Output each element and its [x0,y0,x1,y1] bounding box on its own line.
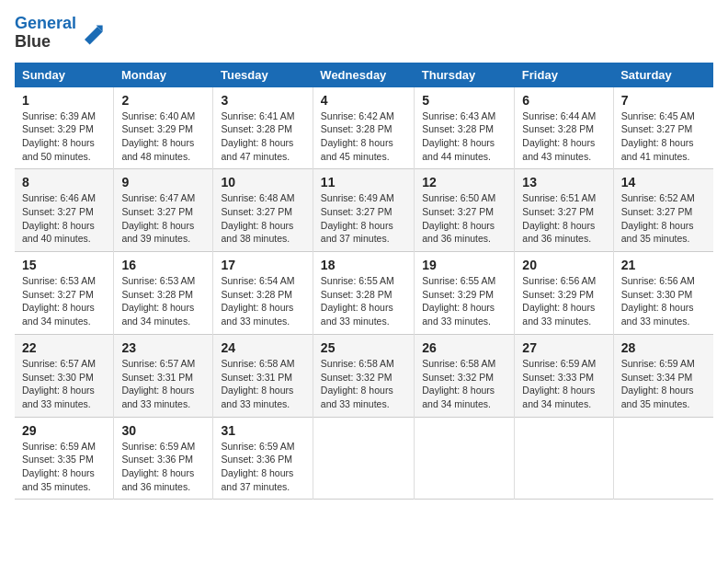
day-info: Sunrise: 6:53 AM Sunset: 3:28 PM Dayligh… [121,274,205,328]
day-number: 28 [621,340,706,355]
day-info: Sunrise: 6:55 AM Sunset: 3:29 PM Dayligh… [422,274,506,328]
day-number: 8 [22,175,106,190]
calendar-cell: 22 Sunrise: 6:57 AM Sunset: 3:30 PM Dayl… [15,334,114,417]
svg-marker-0 [85,27,103,45]
calendar-cell: 25 Sunrise: 6:58 AM Sunset: 3:32 PM Dayl… [313,334,414,417]
logo-text: GeneralBlue [15,15,76,52]
day-info: Sunrise: 6:59 AM Sunset: 3:36 PM Dayligh… [221,440,304,494]
day-info: Sunrise: 6:53 AM Sunset: 3:27 PM Dayligh… [22,274,106,328]
calendar-table: SundayMondayTuesdayWednesdayThursdayFrid… [15,63,713,500]
calendar-cell: 24 Sunrise: 6:58 AM Sunset: 3:31 PM Dayl… [213,334,313,417]
calendar-cell [515,417,613,500]
day-info: Sunrise: 6:46 AM Sunset: 3:27 PM Dayligh… [22,191,106,246]
calendar-cell: 27 Sunrise: 6:59 AM Sunset: 3:33 PM Dayl… [515,334,613,417]
day-info: Sunrise: 6:43 AM Sunset: 3:28 PM Dayligh… [422,109,506,164]
calendar-cell: 30 Sunrise: 6:59 AM Sunset: 3:36 PM Dayl… [114,417,213,500]
day-number: 12 [422,175,506,190]
calendar-cell: 19 Sunrise: 6:55 AM Sunset: 3:29 PM Dayl… [415,252,515,335]
calendar-cell: 4 Sunrise: 6:42 AM Sunset: 3:28 PM Dayli… [313,87,414,169]
calendar-cell: 21 Sunrise: 6:56 AM Sunset: 3:30 PM Dayl… [613,252,713,335]
calendar-cell: 9 Sunrise: 6:47 AM Sunset: 3:27 PM Dayli… [114,169,213,252]
day-info: Sunrise: 6:47 AM Sunset: 3:27 PM Dayligh… [121,191,205,246]
day-number: 21 [621,258,706,272]
day-number: 11 [321,175,406,190]
day-info: Sunrise: 6:45 AM Sunset: 3:27 PM Dayligh… [621,109,706,164]
day-number: 16 [121,258,205,272]
calendar-cell: 6 Sunrise: 6:44 AM Sunset: 3:28 PM Dayli… [515,87,613,169]
day-number: 15 [22,258,106,272]
day-number: 9 [121,175,205,190]
day-number: 30 [121,423,205,438]
calendar-cell: 17 Sunrise: 6:54 AM Sunset: 3:28 PM Dayl… [213,252,313,335]
day-info: Sunrise: 6:59 AM Sunset: 3:36 PM Dayligh… [121,440,205,494]
calendar-cell: 26 Sunrise: 6:58 AM Sunset: 3:32 PM Dayl… [415,334,515,417]
day-info: Sunrise: 6:41 AM Sunset: 3:28 PM Dayligh… [221,109,304,164]
day-number: 31 [221,423,304,438]
day-info: Sunrise: 6:42 AM Sunset: 3:28 PM Dayligh… [321,109,406,164]
weekday-header: Sunday [15,63,114,87]
day-number: 7 [621,93,706,108]
calendar-cell: 14 Sunrise: 6:52 AM Sunset: 3:27 PM Dayl… [613,169,713,252]
day-info: Sunrise: 6:58 AM Sunset: 3:32 PM Dayligh… [422,357,506,411]
day-number: 29 [22,423,106,438]
day-number: 22 [22,340,106,355]
weekday-header: Wednesday [313,63,414,87]
day-number: 14 [621,175,706,190]
day-info: Sunrise: 6:48 AM Sunset: 3:27 PM Dayligh… [221,191,304,246]
calendar-cell: 29 Sunrise: 6:59 AM Sunset: 3:35 PM Dayl… [15,417,114,500]
calendar-cell: 1 Sunrise: 6:39 AM Sunset: 3:29 PM Dayli… [15,87,114,169]
calendar-cell: 3 Sunrise: 6:41 AM Sunset: 3:28 PM Dayli… [213,87,313,169]
day-number: 27 [522,340,605,355]
calendar-cell [313,417,414,500]
calendar-cell: 8 Sunrise: 6:46 AM Sunset: 3:27 PM Dayli… [15,169,114,252]
day-number: 26 [422,340,506,355]
day-number: 5 [422,93,506,108]
day-number: 19 [422,258,506,272]
day-number: 2 [121,93,205,108]
day-info: Sunrise: 6:39 AM Sunset: 3:29 PM Dayligh… [22,109,106,164]
day-info: Sunrise: 6:51 AM Sunset: 3:27 PM Dayligh… [522,191,605,246]
day-number: 13 [522,175,605,190]
day-info: Sunrise: 6:49 AM Sunset: 3:27 PM Dayligh… [321,191,406,246]
weekday-header: Friday [515,63,613,87]
day-info: Sunrise: 6:44 AM Sunset: 3:28 PM Dayligh… [522,109,605,164]
day-info: Sunrise: 6:58 AM Sunset: 3:32 PM Dayligh… [321,357,406,411]
day-number: 1 [22,93,106,108]
day-info: Sunrise: 6:52 AM Sunset: 3:27 PM Dayligh… [621,191,706,246]
day-number: 24 [221,340,304,355]
weekday-header: Thursday [415,63,515,87]
calendar-cell: 16 Sunrise: 6:53 AM Sunset: 3:28 PM Dayl… [114,252,213,335]
day-info: Sunrise: 6:59 AM Sunset: 3:33 PM Dayligh… [522,357,605,411]
logo-icon [78,20,104,46]
day-number: 6 [522,93,605,108]
day-info: Sunrise: 6:56 AM Sunset: 3:30 PM Dayligh… [621,274,706,328]
day-info: Sunrise: 6:57 AM Sunset: 3:30 PM Dayligh… [22,357,106,411]
day-info: Sunrise: 6:59 AM Sunset: 3:35 PM Dayligh… [22,440,106,494]
day-number: 17 [221,258,304,272]
calendar-cell: 11 Sunrise: 6:49 AM Sunset: 3:27 PM Dayl… [313,169,414,252]
day-number: 18 [321,258,406,272]
day-number: 10 [221,175,304,190]
calendar-cell: 20 Sunrise: 6:56 AM Sunset: 3:29 PM Dayl… [515,252,613,335]
calendar-cell: 23 Sunrise: 6:57 AM Sunset: 3:31 PM Dayl… [114,334,213,417]
calendar-cell: 31 Sunrise: 6:59 AM Sunset: 3:36 PM Dayl… [213,417,313,500]
day-info: Sunrise: 6:57 AM Sunset: 3:31 PM Dayligh… [121,357,205,411]
calendar-cell: 7 Sunrise: 6:45 AM Sunset: 3:27 PM Dayli… [613,87,713,169]
day-info: Sunrise: 6:50 AM Sunset: 3:27 PM Dayligh… [422,191,506,246]
calendar-cell: 13 Sunrise: 6:51 AM Sunset: 3:27 PM Dayl… [515,169,613,252]
calendar-cell: 15 Sunrise: 6:53 AM Sunset: 3:27 PM Dayl… [15,252,114,335]
calendar-cell [415,417,515,500]
page-header: GeneralBlue [15,15,713,52]
calendar-cell: 5 Sunrise: 6:43 AM Sunset: 3:28 PM Dayli… [415,87,515,169]
calendar-cell: 18 Sunrise: 6:55 AM Sunset: 3:28 PM Dayl… [313,252,414,335]
calendar-cell: 28 Sunrise: 6:59 AM Sunset: 3:34 PM Dayl… [613,334,713,417]
day-number: 4 [321,93,406,108]
day-number: 23 [121,340,205,355]
weekday-header: Saturday [613,63,713,87]
calendar-cell [613,417,713,500]
day-info: Sunrise: 6:59 AM Sunset: 3:34 PM Dayligh… [621,357,706,411]
day-number: 25 [321,340,406,355]
day-info: Sunrise: 6:54 AM Sunset: 3:28 PM Dayligh… [221,274,304,328]
weekday-header: Monday [114,63,213,87]
calendar-cell: 2 Sunrise: 6:40 AM Sunset: 3:29 PM Dayli… [114,87,213,169]
